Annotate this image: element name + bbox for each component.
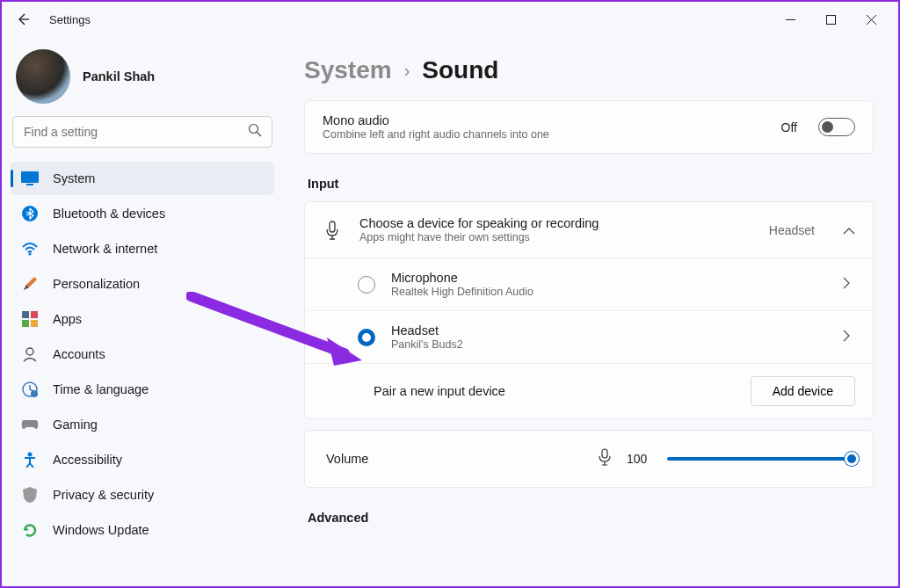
sidebar-item-accounts[interactable]: Accounts bbox=[11, 338, 274, 371]
nav-label: Gaming bbox=[53, 417, 98, 432]
volume-card: Volume 100 bbox=[304, 430, 874, 488]
sidebar-item-accessibility[interactable]: Accessibility bbox=[11, 443, 274, 476]
nav-label: System bbox=[53, 171, 95, 185]
nav-list: System Bluetooth & devices Network & int… bbox=[9, 162, 276, 547]
volume-label: Volume bbox=[326, 452, 368, 466]
pair-label: Pair a new input device bbox=[374, 384, 505, 398]
sidebar-item-update[interactable]: Windows Update bbox=[11, 513, 274, 547]
gamepad-icon bbox=[21, 416, 39, 433]
volume-value: 100 bbox=[627, 452, 651, 466]
maximize-icon bbox=[826, 15, 836, 25]
mono-audio-card[interactable]: Mono audio Combine left and right audio … bbox=[304, 100, 874, 154]
nav-label: Personalization bbox=[53, 277, 140, 291]
bluetooth-icon bbox=[21, 205, 39, 222]
sidebar-item-time[interactable]: Time & language bbox=[11, 373, 274, 406]
sidebar-item-bluetooth[interactable]: Bluetooth & devices bbox=[11, 197, 274, 230]
nav-label: Privacy & security bbox=[53, 488, 154, 502]
toggle-state-label: Off bbox=[781, 120, 797, 134]
titlebar: Settings bbox=[2, 2, 898, 37]
sidebar-item-network[interactable]: Network & internet bbox=[11, 232, 274, 265]
mono-toggle[interactable] bbox=[818, 118, 855, 136]
choose-device-title: Choose a device for speaking or recordin… bbox=[359, 216, 599, 230]
radio-selected-icon[interactable] bbox=[358, 329, 375, 346]
sidebar-item-apps[interactable]: Apps bbox=[11, 302, 274, 336]
system-icon bbox=[21, 170, 39, 187]
sidebar-item-gaming[interactable]: Gaming bbox=[11, 408, 274, 441]
minimize-button[interactable] bbox=[770, 5, 810, 33]
minimize-icon bbox=[786, 15, 795, 25]
mono-subtitle: Combine left and right audio channels in… bbox=[323, 128, 549, 141]
add-device-button[interactable]: Add device bbox=[751, 376, 855, 406]
window-title: Settings bbox=[49, 13, 91, 26]
input-section-header: Input bbox=[308, 177, 874, 191]
device-detail: Pankil's Buds2 bbox=[391, 338, 463, 351]
selected-device-label: Headset bbox=[769, 223, 815, 237]
device-name: Microphone bbox=[391, 271, 533, 285]
slider-thumb[interactable] bbox=[845, 452, 859, 466]
advanced-section-header: Advanced bbox=[308, 511, 874, 525]
svg-point-1 bbox=[250, 125, 258, 134]
wifi-icon bbox=[21, 240, 39, 258]
radio-unselected-icon[interactable] bbox=[358, 276, 375, 294]
svg-rect-9 bbox=[31, 320, 38, 327]
accessibility-icon bbox=[21, 451, 39, 468]
person-icon bbox=[21, 345, 39, 363]
svg-point-5 bbox=[29, 253, 32, 256]
svg-rect-0 bbox=[826, 15, 835, 24]
content-area: System › Sound Mono audio Combine left a… bbox=[283, 37, 898, 586]
search-box[interactable] bbox=[12, 116, 272, 148]
nav-label: Accessibility bbox=[53, 453, 122, 467]
svg-rect-2 bbox=[21, 171, 39, 183]
apps-icon bbox=[21, 310, 39, 328]
svg-point-13 bbox=[28, 453, 33, 457]
svg-rect-3 bbox=[26, 184, 33, 185]
chevron-up-icon bbox=[843, 222, 855, 238]
breadcrumb-current: Sound bbox=[422, 56, 498, 84]
pair-device-row: Pair a new input device Add device bbox=[305, 363, 873, 418]
device-detail: Realtek High Definition Audio bbox=[391, 286, 533, 298]
volume-slider[interactable] bbox=[667, 457, 852, 461]
breadcrumb-parent[interactable]: System bbox=[304, 56, 392, 84]
sidebar-item-personalization[interactable]: Personalization bbox=[11, 267, 274, 301]
svg-point-12 bbox=[31, 390, 38, 397]
sidebar-item-privacy[interactable]: Privacy & security bbox=[11, 478, 274, 512]
svg-point-10 bbox=[26, 348, 33, 355]
microphone-icon[interactable] bbox=[599, 448, 611, 469]
profile-block[interactable]: Pankil Shah bbox=[9, 44, 276, 116]
maximize-button[interactable] bbox=[810, 5, 851, 33]
profile-name: Pankil Shah bbox=[83, 69, 155, 83]
shield-icon bbox=[21, 486, 39, 504]
chevron-right-icon: › bbox=[404, 61, 410, 81]
microphone-icon bbox=[323, 221, 342, 240]
svg-rect-15 bbox=[602, 449, 607, 458]
chevron-right-icon bbox=[843, 330, 855, 345]
mono-title: Mono audio bbox=[323, 113, 549, 127]
update-icon bbox=[21, 521, 39, 539]
chevron-right-icon bbox=[843, 277, 855, 293]
sidebar-item-system[interactable]: System bbox=[11, 162, 274, 195]
search-input[interactable] bbox=[12, 116, 272, 148]
input-card: Choose a device for speaking or recordin… bbox=[304, 201, 874, 419]
device-row-headset[interactable]: Headset Pankil's Buds2 bbox=[305, 310, 873, 363]
search-icon bbox=[248, 123, 262, 141]
nav-label: Time & language bbox=[53, 382, 149, 396]
breadcrumb: System › Sound bbox=[304, 56, 874, 84]
avatar bbox=[16, 49, 70, 104]
nav-label: Accounts bbox=[53, 347, 105, 361]
svg-rect-7 bbox=[31, 311, 38, 318]
device-row-microphone[interactable]: Microphone Realtek High Definition Audio bbox=[305, 258, 873, 310]
svg-rect-6 bbox=[22, 311, 29, 318]
back-button[interactable] bbox=[9, 5, 37, 33]
brush-icon bbox=[21, 275, 39, 293]
device-name: Headset bbox=[391, 323, 463, 338]
choose-device-sub: Apps might have their own settings bbox=[359, 231, 599, 243]
choose-device-row[interactable]: Choose a device for speaking or recordin… bbox=[305, 202, 873, 258]
sidebar: Pankil Shah System Bluetooth & devices bbox=[2, 37, 283, 586]
close-icon bbox=[867, 15, 876, 25]
nav-label: Bluetooth & devices bbox=[53, 207, 165, 221]
svg-rect-14 bbox=[330, 221, 335, 232]
nav-label: Windows Update bbox=[53, 523, 149, 537]
clock-icon bbox=[21, 381, 39, 398]
nav-label: Network & internet bbox=[53, 242, 157, 256]
close-button[interactable] bbox=[851, 5, 891, 33]
